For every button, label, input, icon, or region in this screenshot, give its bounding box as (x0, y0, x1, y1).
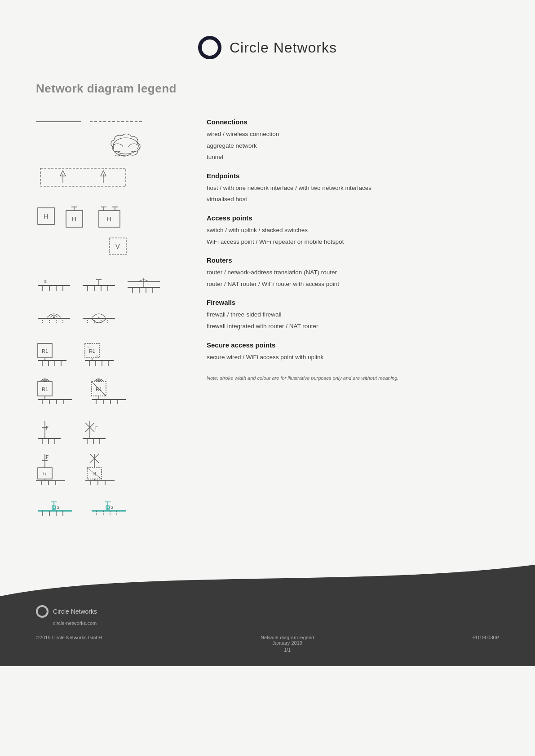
legend-layout: H H H (36, 114, 499, 524)
header: Circle Networks (36, 22, 499, 59)
footer-page-num: 1/1 (261, 647, 314, 653)
svg-rect-6 (40, 168, 126, 186)
svg-point-77 (44, 380, 46, 382)
connections-section: Connections wired / wireless connection … (207, 118, 499, 162)
footer-url: circle-networks.com (53, 620, 499, 626)
firewalls-symbols: F (36, 418, 189, 485)
footer-doc-date: January 2019 (261, 640, 314, 646)
access-symbols: S (36, 276, 189, 327)
secure-heading: Secure access points (207, 341, 499, 349)
symbols-column: H H H (36, 114, 189, 524)
svg-text:H: H (72, 215, 76, 223)
svg-text:S: S (44, 279, 47, 284)
logo-icon (198, 36, 221, 59)
svg-point-87 (98, 380, 100, 382)
footer-doc-id: PD190030P (473, 635, 499, 640)
routers-line1: router / network-address translation (NA… (207, 268, 499, 277)
svg-text:H: H (107, 215, 111, 223)
routers-heading: Routers (207, 256, 499, 264)
descriptions-column: Connections wired / wireless connection … (207, 114, 499, 524)
svg-text:V: V (115, 243, 120, 250)
svg-rect-5 (114, 147, 137, 151)
note-text: Note: stroke width and colour are for il… (207, 375, 499, 381)
endpoints-line1: host / with one network interface / with… (207, 183, 499, 193)
firewalls-line2: firewall integrated with router / NAT ro… (207, 321, 499, 331)
footer-brand: Circle Networks (53, 608, 97, 615)
endpoints-section: Endpoints host / with one network interf… (207, 172, 499, 204)
access-heading: Access points (207, 214, 499, 222)
connections-line1: wired / wireless connection (207, 129, 499, 139)
secure-line1: secure wired / WiFi access point with up… (207, 352, 499, 362)
firewalls-line1: firewall / three-sided firewall (207, 310, 499, 320)
svg-text:H: H (44, 213, 48, 220)
access-line1: switch / with uplink / stacked switches (207, 225, 499, 235)
connections-heading: Connections (207, 118, 499, 126)
endpoints-line2: virtualised host (207, 194, 499, 204)
footer-doc-title: Network diagram legend (261, 635, 314, 640)
svg-text:F: F (95, 426, 98, 431)
svg-point-51 (53, 316, 55, 318)
svg-text:S: S (57, 505, 59, 510)
endpoints-symbols: H H H (36, 206, 189, 263)
secure-symbols: S S (36, 500, 189, 524)
svg-text:R1: R1 (42, 348, 48, 354)
brand-name: Circle Networks (230, 40, 337, 56)
svg-line-125 (87, 468, 102, 479)
svg-point-57 (98, 317, 100, 319)
svg-text:R1: R1 (42, 387, 48, 392)
footer: Circle Networks circle-networks.com ©201… (0, 596, 535, 666)
svg-text:F: F (46, 455, 49, 460)
footer-doc-info: Network diagram legend January 2019 1/1 (261, 635, 314, 653)
page-title: Network diagram legend (36, 82, 499, 96)
svg-text:S: S (111, 505, 113, 510)
svg-text:F: F (46, 426, 49, 431)
routers-symbols: R1 R1 (36, 342, 189, 404)
connections-line2: aggregate network (207, 141, 499, 151)
footer-logo-icon (36, 605, 49, 618)
firewalls-section: Firewalls firewall / three-sided firewal… (207, 299, 499, 331)
connections-line3: tunnel (207, 152, 499, 162)
endpoints-heading: Endpoints (207, 172, 499, 180)
secure-section: Secure access points secure wired / WiFi… (207, 341, 499, 362)
svg-text:R: R (43, 471, 47, 476)
access-line2: WiFi access point / WiFi repeater or mob… (207, 237, 499, 247)
firewalls-heading: Firewalls (207, 299, 499, 306)
connections-symbols (36, 118, 189, 193)
access-section: Access points switch / with uplink / sta… (207, 214, 499, 246)
footer-copyright: ©2019 Circle Networks GmbH (36, 635, 102, 640)
svg-line-68 (85, 343, 99, 358)
svg-line-86 (92, 382, 106, 396)
routers-section: Routers router / network-address transla… (207, 256, 499, 289)
routers-line2: router / NAT router / WiFi router with a… (207, 279, 499, 289)
